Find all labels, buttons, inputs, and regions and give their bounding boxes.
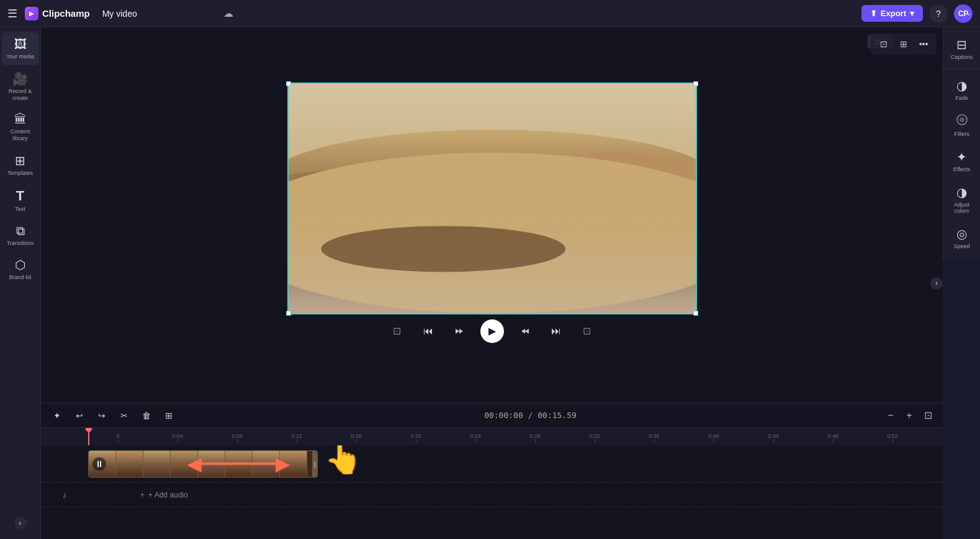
fast-forward-icon (520, 326, 530, 336)
clip-thumb-2 (116, 451, 143, 477)
video-clip[interactable]: ⏸ ‖ (88, 450, 318, 478)
desert-scene (289, 84, 696, 313)
resize-handle-tl[interactable] (286, 81, 291, 86)
timeline-toolbar: ✦ ↩ ↪ ✂ 🗑 ⊞ 00:00:00 / 00:15.59 − + ⊡ ⌄ (41, 403, 943, 428)
add-to-timeline-button[interactable]: ⊞ (160, 407, 178, 424)
rewind-icon (454, 326, 464, 336)
fit-timeline-button[interactable]: ⊡ (920, 408, 935, 423)
video-preview-area: 16:9 ⊡ ⊞ ••• (41, 27, 943, 403)
more-options-button[interactable]: ••• (915, 36, 932, 52)
sidebar-item-your-media[interactable]: 🖼 Your media (2, 32, 39, 65)
topbar-left: ☰ ▶ Clipchamp ☁ (7, 6, 854, 21)
ruler-mark-36[interactable]: 0:36 (624, 433, 684, 443)
timecode-total: 00:15.59 (537, 411, 577, 420)
sidebar-item-record-create[interactable]: 🎥 Record &create (2, 66, 39, 107)
clip-pause-icon: ⏸ (92, 457, 106, 471)
filters-button[interactable]: Filters (945, 109, 979, 142)
video-title-input[interactable] (97, 6, 216, 21)
app-name: Clipchamp (42, 8, 90, 19)
sidebar-item-label-templates: Templates (7, 170, 33, 177)
ruler-mark-48[interactable]: 0:48 (803, 433, 863, 443)
effects-label: Effects (953, 166, 970, 172)
timecode-separator: / (528, 411, 538, 420)
sidebar-item-label-record: Record &create (9, 88, 32, 102)
text-icon: T (16, 188, 24, 204)
playhead-indicator (85, 428, 92, 433)
magic-enhance-button[interactable]: ✦ (48, 407, 66, 424)
ruler-mark-52[interactable]: 0:52 (863, 433, 922, 443)
ruler-mark-12[interactable]: 0:12 (267, 433, 326, 443)
timeline-ruler: 0 0:04 0:08 0:12 0:16 0:20 0:24 0:28 0:3… (41, 428, 943, 445)
zoom-in-button[interactable]: + (902, 408, 917, 423)
skip-back-button[interactable]: ⏮ (418, 321, 438, 341)
redo-button[interactable]: ↪ (93, 407, 110, 424)
undo-button[interactable]: ↩ (71, 407, 88, 424)
play-pause-button[interactable]: ▶ (480, 319, 504, 343)
ruler-mark-20[interactable]: 0:20 (386, 433, 446, 443)
video-canvas-wrapper: ↻ (287, 82, 697, 314)
zoom-out-button[interactable]: − (883, 408, 898, 423)
filters-label: Filters (954, 131, 969, 137)
desert-dunes-svg (289, 84, 696, 313)
sidebar-item-label-text: Text (15, 206, 25, 213)
ruler-mark-08[interactable]: 0:08 (207, 433, 267, 443)
resize-handle-tr[interactable] (693, 81, 698, 86)
sidebar-item-brand-kit[interactable]: ⬡ Brand kit (2, 252, 39, 286)
subtitle-toggle-button[interactable]: ⊡ (387, 321, 407, 341)
ruler-mark-32[interactable]: 0:32 (565, 433, 624, 443)
captions-button[interactable]: ⊟ Captions (945, 32, 979, 65)
timeline-playhead[interactable] (88, 428, 89, 445)
fade-button[interactable]: ◑ Fade (945, 73, 979, 106)
ruler-mark-04[interactable]: 0:04 (148, 433, 207, 443)
speed-button[interactable]: ◎ Speed (945, 221, 979, 254)
timecode-current: 00:00:00 (484, 411, 523, 420)
timeline-tracks: Aerial view of desert ⏸ (41, 445, 943, 539)
sidebar-item-text[interactable]: T Text (2, 183, 39, 218)
ruler-mark-16[interactable]: 0:16 (326, 433, 386, 443)
delete-button[interactable]: 🗑 (138, 407, 155, 424)
video-track-content[interactable]: Aerial view of desert ⏸ (88, 445, 943, 482)
sidebar-item-label-content: Contentlibrary (11, 128, 30, 142)
fast-forward-button[interactable] (515, 321, 535, 341)
add-audio-button[interactable]: + + Add audio (135, 488, 193, 502)
brand-logo[interactable]: ▶ Clipchamp (25, 7, 90, 20)
audio-note-icon: ♪ (63, 490, 67, 500)
clip-right-handle[interactable]: ‖ (312, 451, 317, 477)
skip-forward-button[interactable]: ⏭ (546, 321, 566, 341)
brand-kit-icon: ⬡ (15, 257, 25, 272)
effects-icon: ✦ (956, 149, 967, 164)
captions-label: Captions (951, 54, 973, 60)
ruler-mark-44[interactable]: 0:44 (744, 433, 803, 443)
sidebar-item-content-library[interactable]: 🏛 Contentlibrary (2, 107, 39, 147)
fade-icon: ◑ (956, 78, 967, 93)
adjust-colors-button[interactable]: ◑ Adjustcolors (945, 180, 979, 219)
ruler-mark-28[interactable]: 0:28 (505, 433, 565, 443)
templates-icon: ⊞ (15, 153, 25, 168)
right-collapse-button[interactable]: ‹ (930, 277, 943, 290)
rewind-button[interactable] (449, 321, 469, 341)
hamburger-menu-icon[interactable]: ☰ (7, 7, 17, 20)
crop-tool-button[interactable]: ⊡ (876, 36, 892, 52)
video-canvas[interactable] (289, 84, 696, 313)
sidebar-item-transitions[interactable]: ⧉ Transitions (2, 219, 39, 252)
cursor-hand-icon: 👆 (324, 445, 362, 476)
cut-button[interactable]: ✂ (115, 407, 133, 424)
cloud-save-icon[interactable]: ☁ (223, 7, 233, 19)
svg-point-6 (321, 226, 565, 272)
fullscreen-button[interactable]: ⊡ (577, 321, 597, 341)
center-area: 16:9 ⊡ ⊞ ••• (41, 27, 943, 539)
sidebar-item-templates[interactable]: ⊞ Templates (2, 148, 39, 182)
sidebar-collapse-button[interactable]: › (14, 517, 27, 529)
ruler-mark-24[interactable]: 0:24 (446, 433, 505, 443)
brand-logo-icon: ▶ (25, 7, 38, 20)
clip-thumb-5 (198, 451, 225, 477)
video-track-row: Aerial view of desert ⏸ (41, 445, 943, 483)
ruler-mark-40[interactable]: 0:40 (684, 433, 744, 443)
export-button[interactable]: ⬆ Export ▾ (861, 5, 923, 22)
ruler-mark-0: 0 (88, 433, 148, 443)
export-icon: ⬆ (870, 9, 877, 18)
resize-tool-button[interactable]: ⊞ (896, 36, 912, 52)
filters-svg (956, 114, 968, 126)
help-button[interactable]: ? (929, 4, 948, 23)
effects-button[interactable]: ✦ Effects (945, 145, 979, 177)
